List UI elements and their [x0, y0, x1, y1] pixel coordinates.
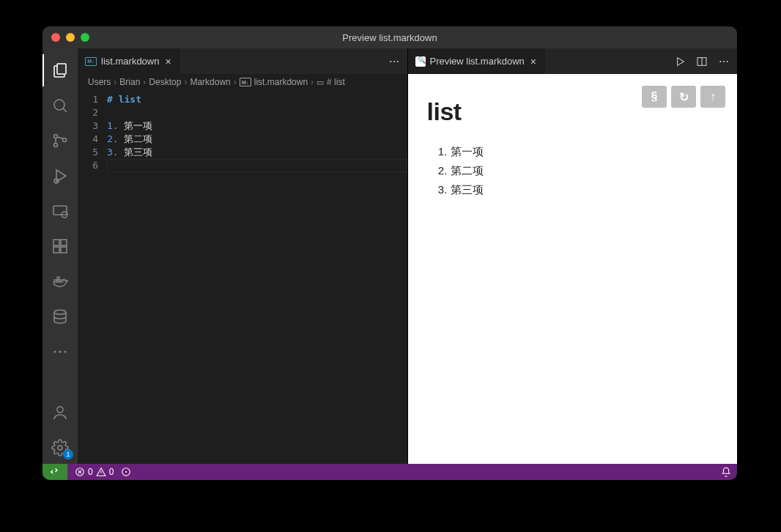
- svg-point-19: [64, 350, 66, 352]
- scroll-top-button[interactable]: ↑: [700, 86, 725, 108]
- svg-rect-0: [57, 64, 66, 74]
- tab-label: Preview list.markdown: [430, 56, 525, 67]
- breadcrumb-item[interactable]: # list: [327, 77, 345, 87]
- svg-point-28: [727, 60, 728, 62]
- docker-icon[interactable]: [42, 265, 78, 298]
- code-line[interactable]: 2. 第二项: [107, 133, 407, 146]
- svg-point-3: [54, 144, 58, 147]
- svg-point-1: [54, 100, 64, 110]
- more-actions-icon[interactable]: [388, 56, 400, 67]
- status-bar: 0 0: [42, 464, 737, 480]
- tab-list-markdown[interactable]: M↓ list.markdown ×: [78, 48, 181, 74]
- run-icon[interactable]: [674, 56, 686, 67]
- svg-rect-14: [60, 280, 62, 282]
- main-body: 1 M↓ list.markdown × Users›: [42, 48, 737, 464]
- run-debug-icon[interactable]: [42, 160, 78, 192]
- tab-actions-right: [667, 48, 737, 74]
- warning-count: 0: [109, 467, 114, 477]
- preview-toolbar: § ↻ ↑: [642, 86, 725, 108]
- breadcrumb-item[interactable]: Brian: [119, 77, 140, 87]
- chevron-right-icon: ›: [143, 77, 146, 87]
- section-button[interactable]: §: [642, 86, 667, 108]
- editor-group-right: Preview list.markdown × § ↻ ↑: [408, 48, 738, 464]
- svg-rect-11: [61, 240, 67, 245]
- breadcrumb-item[interactable]: Users: [88, 77, 111, 87]
- editor-group-left: M↓ list.markdown × Users› Brian› Desktop…: [78, 48, 408, 464]
- svg-point-27: [723, 60, 725, 62]
- more-icon[interactable]: [42, 336, 78, 368]
- svg-rect-13: [57, 280, 59, 282]
- minimize-window-button[interactable]: [66, 33, 75, 42]
- code-editor[interactable]: 123456 # list1. 第一项2. 第二项3. 第三项: [78, 90, 407, 464]
- live-share-status[interactable]: [121, 467, 131, 477]
- preview-icon: [415, 56, 426, 67]
- breadcrumb-item[interactable]: Markdown: [190, 77, 230, 87]
- code-line[interactable]: [107, 159, 407, 172]
- code-line[interactable]: 1. 第一项: [107, 119, 407, 133]
- header-symbol-icon: ▭: [317, 78, 324, 87]
- svg-point-26: [719, 60, 721, 62]
- editor-area: M↓ list.markdown × Users› Brian› Desktop…: [78, 48, 737, 464]
- svg-rect-8: [53, 240, 59, 245]
- tab-row-right: Preview list.markdown ×: [408, 48, 738, 74]
- error-count: 0: [88, 467, 93, 477]
- database-icon[interactable]: [42, 300, 78, 333]
- more-actions-icon[interactable]: [718, 56, 730, 67]
- vscode-window: Preview list.markdown: [42, 26, 737, 480]
- tab-label: list.markdown: [101, 56, 159, 67]
- breadcrumb-item[interactable]: list.markdown: [254, 77, 308, 87]
- markdown-file-icon: M↓: [85, 57, 97, 66]
- svg-point-17: [53, 350, 56, 352]
- preview-list-item: 第一项: [451, 142, 719, 161]
- tab-row-left: M↓ list.markdown ×: [78, 48, 407, 74]
- refresh-button[interactable]: ↻: [671, 86, 696, 108]
- problems-status[interactable]: 0 0: [75, 467, 114, 477]
- svg-point-23: [393, 60, 394, 62]
- svg-point-4: [63, 138, 67, 142]
- preview-ordered-list: 第一项第二项第三项: [427, 142, 719, 199]
- account-icon[interactable]: [42, 396, 78, 429]
- settings-icon[interactable]: 1: [42, 432, 78, 464]
- svg-point-31: [126, 471, 127, 472]
- search-icon[interactable]: [42, 89, 78, 122]
- notification-bell-icon[interactable]: [721, 467, 731, 477]
- code-content[interactable]: # list1. 第一项2. 第二项3. 第三项: [107, 93, 407, 464]
- code-line[interactable]: [107, 106, 407, 119]
- tab-actions-left: [381, 48, 407, 74]
- maximize-window-button[interactable]: [81, 33, 89, 42]
- close-window-button[interactable]: [51, 33, 60, 42]
- svg-point-21: [58, 446, 62, 450]
- breadcrumb-item[interactable]: Desktop: [149, 77, 181, 87]
- code-line[interactable]: # list: [107, 93, 407, 106]
- tab-close-icon[interactable]: ×: [163, 56, 172, 67]
- svg-rect-6: [53, 206, 67, 215]
- line-number-gutter: 123456: [78, 93, 107, 464]
- chevron-right-icon: ›: [311, 77, 314, 87]
- breadcrumb-bar[interactable]: Users› Brian› Desktop› Markdown› M↓ list…: [78, 74, 407, 90]
- remote-explorer-icon[interactable]: [42, 195, 78, 227]
- window-controls: [51, 33, 89, 42]
- svg-rect-15: [57, 277, 59, 279]
- tab-preview-markdown[interactable]: Preview list.markdown ×: [408, 48, 547, 74]
- svg-point-18: [59, 350, 61, 352]
- extensions-icon[interactable]: [42, 230, 78, 262]
- activity-bar: 1: [42, 48, 78, 464]
- code-line[interactable]: 3. 第三项: [107, 146, 407, 159]
- preview-list-item: 第三项: [451, 180, 719, 199]
- window-title: Preview list.markdown: [42, 32, 737, 43]
- svg-point-22: [390, 60, 391, 62]
- svg-point-24: [396, 60, 398, 62]
- svg-point-16: [54, 310, 66, 314]
- chevron-right-icon: ›: [234, 77, 237, 87]
- chevron-right-icon: ›: [184, 77, 187, 87]
- preview-list-item: 第二项: [451, 161, 719, 180]
- split-editor-icon[interactable]: [696, 56, 708, 67]
- source-control-icon[interactable]: [42, 125, 78, 157]
- svg-point-2: [54, 135, 58, 138]
- tab-close-icon[interactable]: ×: [529, 56, 538, 67]
- remote-indicator[interactable]: [42, 464, 67, 480]
- markdown-file-icon: M↓: [240, 78, 251, 86]
- explorer-icon[interactable]: [42, 54, 78, 86]
- markdown-preview[interactable]: § ↻ ↑ list 第一项第二项第三项: [408, 74, 738, 464]
- title-bar[interactable]: Preview list.markdown: [42, 26, 737, 48]
